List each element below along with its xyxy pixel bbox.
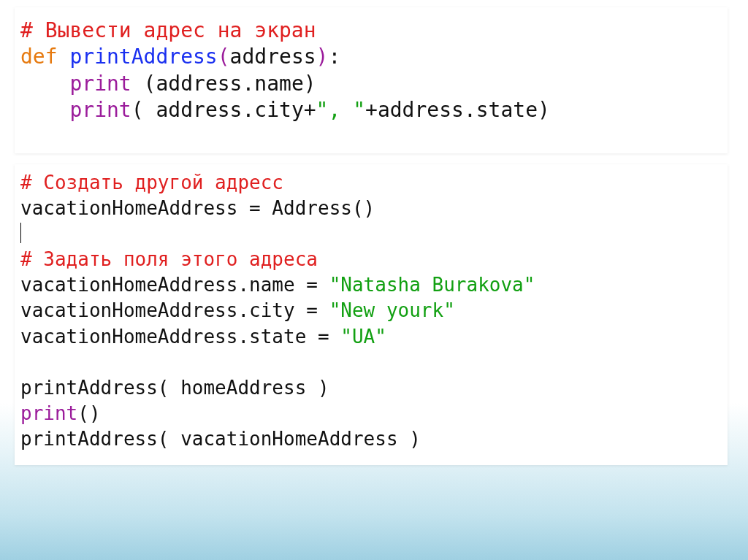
comment-line: # Задать поля этого адреса xyxy=(20,248,318,270)
string-literal: "New yourk" xyxy=(329,299,455,321)
print-call: print xyxy=(20,402,77,424)
code-line: vacationHomeAddress.name = xyxy=(20,274,329,296)
parens: () xyxy=(77,402,100,424)
code-block-2: # Создать другой адресс vacationHomeAddr… xyxy=(15,164,728,465)
slide-background: # Вывести адрес на экран def printAddres… xyxy=(0,0,748,560)
code-line: vacationHomeAddress = Address() xyxy=(20,197,375,219)
code-block-1: # Вывести адрес на экран def printAddres… xyxy=(15,7,728,153)
string-literal: "Natasha Burakova" xyxy=(329,274,535,296)
code-line: vacationHomeAddress.city = xyxy=(20,299,329,321)
comment-line: # Создать другой адресс xyxy=(20,172,283,193)
function-name: printAddress xyxy=(69,45,217,69)
text-cursor xyxy=(20,223,21,244)
colon: : xyxy=(328,45,340,69)
code-line: printAddress( homeAddress ) xyxy=(20,377,329,399)
code-line: vacationHomeAddress.state = xyxy=(20,326,340,348)
string-literal: "UA" xyxy=(340,326,386,348)
keyword-def: def xyxy=(20,45,58,69)
expr-part: +address.state) xyxy=(365,98,550,122)
paren-open: ( xyxy=(218,45,230,69)
print-arg: (address.name) xyxy=(131,72,316,96)
comment-line: # Вывести адрес на экран xyxy=(20,18,316,42)
print-call: print xyxy=(69,72,131,96)
expr-part: ( address.city+ xyxy=(131,98,316,122)
parameter: address xyxy=(230,45,316,69)
code-line: printAddress( vacationHomeAddress ) xyxy=(20,428,421,450)
print-call: print xyxy=(69,98,131,122)
string-literal: ", " xyxy=(316,98,365,122)
paren-close: ) xyxy=(316,45,329,69)
